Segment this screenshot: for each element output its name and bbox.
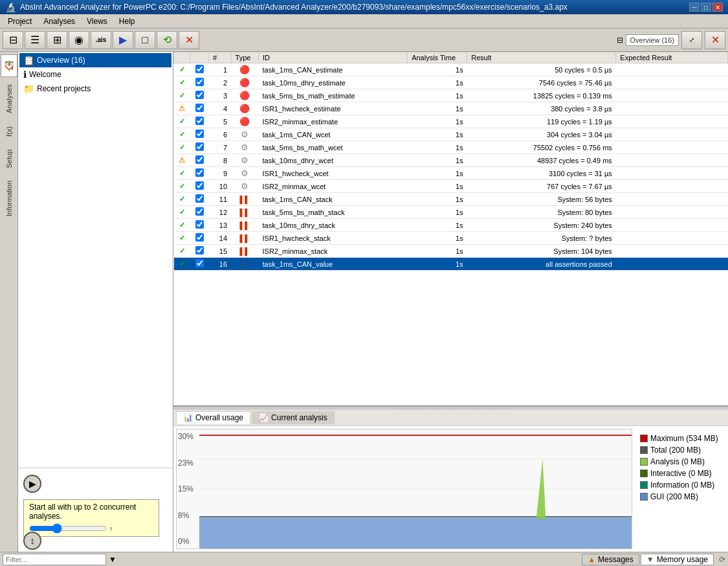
row-num: 7	[209, 141, 232, 154]
row-check-input[interactable]	[195, 259, 204, 267]
row-check-input[interactable]	[195, 155, 204, 164]
bottom-tab-memory[interactable]: ▼ Memory usage	[641, 554, 714, 565]
table-row[interactable]: ✓ 14 ▌▌ ISR1_hwcheck_stack 1s System: ? …	[174, 232, 728, 245]
legend-maximum-color	[640, 435, 648, 442]
row-check-input[interactable]	[195, 207, 204, 216]
row-checkbox	[190, 193, 209, 206]
table-row[interactable]: ✓ 12 ▌▌ task_5ms_bs_math_stack 1s System…	[174, 206, 728, 219]
toolbar-copy-btn[interactable]: □	[135, 31, 155, 49]
row-status: ✓	[174, 167, 190, 180]
table-row[interactable]: ✓ 1 🔴 task_1ms_CAN_estimate 1s 50 cycles…	[174, 63, 728, 76]
toolbar-expand-btn[interactable]: ⤢	[681, 31, 702, 49]
row-result: System: 240 bytes	[467, 219, 616, 232]
play-button[interactable]: ▶	[23, 475, 41, 493]
row-check-input[interactable]	[195, 181, 204, 190]
bottom-tab-messages[interactable]: ▲ Messages	[582, 554, 639, 565]
toolbar-circle-btn[interactable]: ◉	[69, 31, 89, 49]
col-header-result[interactable]: Result	[467, 52, 616, 63]
sidebar-tab-fx[interactable]: f(x)	[2, 120, 16, 142]
table-row[interactable]: ✓ 5 🔴 ISR2_minmax_estimate 1s 119 cycles…	[174, 115, 728, 128]
col-header-expected[interactable]: Expected Result	[616, 52, 728, 63]
table-row[interactable]: ✓ 2 🔴 task_10ms_dhry_estimate 1s 7546 cy…	[174, 76, 728, 89]
row-result: 50 cycles = 0.5 µs	[467, 63, 616, 76]
toolbar-close-overview-btn[interactable]: ✕	[705, 31, 725, 49]
table-row[interactable]: ⚠ 8 ⚙ task_10ms_dhry_wcet 1s 48937 cycle…	[174, 154, 728, 167]
sidebar-tab-home[interactable]: 🏠	[1, 54, 17, 77]
maximize-button[interactable]: □	[701, 3, 711, 12]
table-row[interactable]: ✓ 9 ⚙ ISR1_hwcheck_wcet 1s 3100 cycles =…	[174, 167, 728, 180]
row-result: 119 cycles = 1.19 µs	[467, 115, 616, 128]
close-button[interactable]: ✕	[712, 3, 723, 12]
row-time: 1s	[408, 63, 467, 76]
filter-input[interactable]	[3, 554, 106, 565]
row-type-icon: ⚙	[231, 154, 258, 167]
messages-tab-icon: ▲	[588, 555, 595, 564]
table-row[interactable]: ⚠ 4 🔴 ISR1_hwcheck_estimate 1s 380 cycle…	[174, 102, 728, 115]
legend-information-label: Information (0 MB)	[650, 481, 714, 490]
table-row[interactable]: ✓ 3 🔴 task_5ms_bs_math_estimate 1s 13825…	[174, 89, 728, 102]
minimize-button[interactable]: ─	[689, 3, 700, 12]
row-check-input[interactable]	[195, 168, 204, 177]
row-check-input[interactable]	[195, 130, 204, 138]
menu-project[interactable]: Project	[3, 16, 37, 27]
row-check-input[interactable]	[195, 194, 204, 203]
nav-item-overview[interactable]: 📋 Overview (16)	[19, 53, 171, 67]
row-checkbox	[190, 219, 209, 232]
row-check-input[interactable]	[195, 142, 204, 151]
nav-item-welcome[interactable]: ℹ Welcome	[19, 67, 171, 82]
toolbar-list-btn[interactable]: ☰	[25, 31, 45, 49]
row-time: 1s	[408, 232, 467, 245]
table-row[interactable]: ✓ 16 ⚖ task_1ms_CAN_value 1s all asserti…	[174, 258, 728, 271]
toolbar-ais-btn[interactable]: .ais	[91, 31, 111, 49]
menu-help[interactable]: Help	[114, 16, 140, 27]
toolbar-stop-btn[interactable]: ✕	[179, 31, 199, 49]
row-check-input[interactable]	[195, 78, 204, 86]
table-row[interactable]: ✓ 11 ▌▌ task_1ms_CAN_stack 1s System: 56…	[174, 193, 728, 206]
table-row[interactable]: ✓ 13 ▌▌ task_10ms_dhry_stack 1s System: …	[174, 219, 728, 232]
overview-icon: ⊟	[617, 36, 623, 45]
legend-information-color	[640, 481, 648, 489]
col-header-time[interactable]: Analysis Time	[408, 52, 467, 63]
sidebar-tab-analyses[interactable]: Analyses	[2, 78, 16, 119]
row-check-input[interactable]	[195, 65, 204, 73]
sidebar-tab-information[interactable]: Information	[2, 175, 16, 222]
row-result: 48937 cycles = 0.49 ms	[467, 154, 616, 167]
menu-views[interactable]: Views	[82, 16, 113, 27]
row-time: 1s	[408, 167, 467, 180]
row-check-input[interactable]	[195, 246, 204, 255]
memory-tab-overall[interactable]: 📊 Overall usage	[176, 411, 250, 424]
filter-dropdown-arrow[interactable]: ▼	[109, 555, 116, 564]
nav-recent-label: Recent projects	[37, 84, 91, 93]
toolbar-add-btn[interactable]: ⊞	[47, 31, 67, 49]
row-check-input[interactable]	[195, 104, 204, 112]
scroll-button[interactable]: ↕	[23, 532, 41, 550]
concurrent-slider[interactable]	[29, 523, 107, 534]
table-row[interactable]: ✓ 7 ⚙ task_5ms_bs_math_wcet 1s 75502 cyc…	[174, 141, 728, 154]
toolbar-grid-btn[interactable]: ⊟	[3, 31, 23, 49]
col-header-type[interactable]: Type	[231, 52, 258, 63]
table-row[interactable]: ✓ 15 ▌▌ ISR2_minmax_stack 1s System: 104…	[174, 245, 728, 258]
y-label-23: 23%	[178, 458, 198, 468]
row-expected	[616, 76, 728, 89]
row-check-input[interactable]	[195, 117, 204, 125]
menu-bar: Project Analyses Views Help	[0, 14, 728, 28]
chart-drawing-area	[199, 429, 632, 549]
table-row[interactable]: ✓ 10 ⚙ ISR2_minmax_wcet 1s 767 cycles = …	[174, 180, 728, 193]
toolbar-run-btn[interactable]: ▶	[113, 31, 133, 49]
row-check-input[interactable]	[195, 91, 204, 99]
analysis-table-wrap[interactable]: # Type ID Analysis Time Result Expected …	[173, 52, 728, 407]
overview-label: Overview (16)	[626, 34, 679, 46]
row-expected	[616, 115, 728, 128]
welcome-icon: ℹ	[23, 69, 27, 80]
sidebar-tab-setup[interactable]: Setup	[2, 144, 16, 174]
toolbar-refresh-btn[interactable]: ⟲	[157, 31, 177, 49]
row-type-icon: ⚙	[231, 167, 258, 180]
col-header-id[interactable]: ID	[259, 52, 408, 63]
col-header-num[interactable]: #	[209, 52, 232, 63]
memory-tab-current[interactable]: 📈 Current analysis	[252, 411, 335, 424]
row-check-input[interactable]	[195, 220, 204, 229]
row-check-input[interactable]	[195, 233, 204, 242]
menu-analyses[interactable]: Analyses	[38, 16, 80, 27]
nav-item-recent[interactable]: 📁 Recent projects	[19, 82, 171, 96]
table-row[interactable]: ✓ 6 ⚙ task_1ms_CAN_wcet 1s 304 cycles = …	[174, 128, 728, 141]
